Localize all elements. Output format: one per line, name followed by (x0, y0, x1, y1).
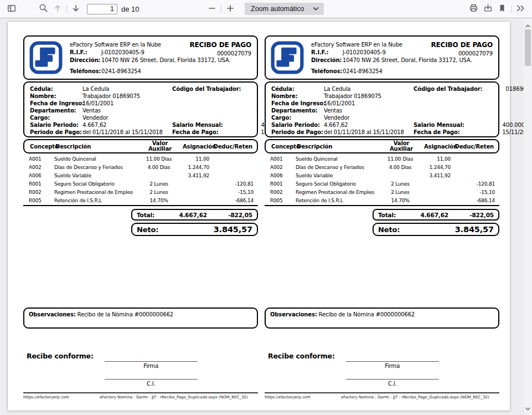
receipt-footer: https://efactoryerp.com eFactory Nomina … (23, 392, 258, 399)
concept-desc: Retención de I.S.R.L (296, 198, 378, 203)
pay-period-label: Periodo de Pago: (30, 129, 82, 136)
total-asignacion: 4.667,62 (167, 212, 207, 218)
page-count-label: de 10 (121, 5, 140, 13)
monthly-salary-label: Salario Mensual: (414, 121, 482, 129)
separator (511, 5, 512, 13)
chevron-down-icon (313, 5, 319, 13)
zoom-select[interactable]: Zoom automático (245, 3, 324, 15)
signature-section: Recibe conforme: Firma C.I. (23, 352, 258, 387)
toolbar-left-group: de 10 (4, 0, 140, 18)
period-salary-value: 4.667,62 (324, 121, 414, 129)
concept-aux: 4.00 Días (378, 165, 423, 170)
zoom-in-button[interactable] (223, 2, 237, 16)
toolbar-zoom-group: Zoom automático (205, 0, 324, 18)
observations-text: Recibo de la Nómina #0000000662 (78, 311, 173, 317)
col-deduc-reten: Deduc/Reten (452, 144, 494, 150)
concept-deduc: -15,10 (451, 189, 495, 195)
print-button[interactable] (466, 2, 481, 16)
total-label: Total: (378, 212, 409, 218)
address-label: Dirección: (311, 57, 343, 64)
neto-box: Neto: 3.845,57 (373, 223, 499, 236)
concepts-table-body: A001 Sueldo Quincenal 11.00 Días 11,00 A… (23, 155, 258, 204)
separator (221, 5, 221, 13)
concept-desc: Días de Descanso y Feriados (296, 165, 378, 170)
concept-aux: 4.00 Días (136, 165, 182, 170)
table-row: A001 Sueldo Quincenal 11.00 Días 11,00 (265, 155, 499, 163)
concept-code: R002 (29, 189, 54, 195)
receipt-header: eFactory Software ERP en la Nube R.I.F.:… (265, 35, 499, 80)
phones-label: Teléfonos: (311, 68, 343, 75)
department-label: Departamento: (271, 107, 324, 114)
concept-desc: Sueldo Quincenal (54, 156, 136, 162)
arrow-down-icon (71, 4, 80, 14)
table-row: R002 Regimen Prestacional de Empleo 2 Lu… (23, 188, 258, 196)
col-deduc-reten: Deduc/Reten (210, 144, 252, 150)
neto-value: 3.845,57 (214, 225, 252, 234)
double-chevron-icon (516, 4, 525, 14)
footer-url: https://efactoryerp.com (265, 395, 318, 399)
doc-title: RECIBO DE PAGO (189, 41, 251, 49)
col-descripcion: Descripción (297, 144, 379, 150)
concept-code: R001 (270, 181, 296, 187)
observations-label: Observaciones: (270, 311, 317, 317)
concept-desc: Retención de I.S.R.L (54, 198, 136, 203)
page-number-input[interactable] (87, 4, 117, 14)
download-icon (483, 3, 493, 14)
ci-caption: C.I. (105, 381, 198, 387)
employee-info-box: Cédula: La Cedula Código del Trabajador:… (265, 81, 499, 137)
next-page-button[interactable] (69, 2, 83, 16)
concept-code: R001 (29, 181, 54, 187)
cedula-label: Cédula: (30, 85, 82, 93)
zoom-out-button[interactable] (205, 2, 219, 16)
hire-date-label: Fecha de Ingreso: (271, 100, 324, 107)
pdf-page: eFactory Software ERP en la Nube R.I.F.:… (8, 22, 510, 411)
table-row: A002 Días de Descanso y Feriados 4.00 Dí… (23, 163, 258, 171)
rif-label: R.I.F.: (311, 49, 343, 57)
chevron-down-icon[interactable] (525, 403, 531, 413)
concept-code: A006 (29, 173, 54, 178)
position-value: Vendedor (82, 114, 172, 121)
scrollbar-thumb[interactable] (525, 29, 531, 66)
concept-desc: Seguro Social Obligatorio (54, 181, 136, 187)
search-button[interactable] (36, 2, 50, 16)
previous-page-button[interactable] (50, 2, 65, 16)
concept-asig: 3.411,92 (182, 173, 209, 178)
hire-date-value: 16/01/2001 (324, 100, 414, 107)
concept-code: A006 (270, 173, 296, 178)
concept-deduc: -686,14 (209, 198, 254, 203)
cedula-value: La Cedula (82, 85, 172, 93)
concept-desc: Días de Descanso y Feriados (54, 165, 136, 170)
observations-box: Observaciones: Recibo de la Nómina #0000… (23, 308, 258, 329)
position-label: Cargo: (271, 114, 324, 121)
position-value: Vendedor (324, 114, 414, 121)
more-tools-button[interactable] (513, 2, 528, 16)
table-bottom-rule (23, 205, 258, 206)
observations-label: Observaciones: (29, 311, 76, 317)
table-row: R001 Seguro Social Obligatorio 2 Lunes -… (23, 180, 258, 188)
efactory-f-logo-icon (270, 40, 304, 75)
vertical-scrollbar[interactable] (524, 18, 532, 415)
concept-desc: Sueldo Variable (296, 173, 378, 178)
sidebar-toggle-icon (7, 4, 16, 14)
total-deducciones: -822,05 (448, 212, 494, 218)
concept-aux: 2 Lunes (136, 181, 182, 187)
concept-asig: 1.244,70 (423, 165, 451, 170)
total-box: Total: 4.667,62 -822,05 (373, 209, 499, 221)
phones-value: 0241-8963254 (343, 68, 383, 75)
hire-date-value: 16/01/2001 (82, 100, 172, 107)
pdf-toolbar: de 10 Zoom automático (0, 0, 532, 18)
col-asignacion: Asignación (183, 144, 210, 150)
concept-code: R002 (270, 189, 296, 195)
sidebar-toggle-button[interactable] (4, 2, 19, 16)
address-value: 10470 NW 26 Street, Doral, Florida 33172… (343, 57, 472, 64)
recibe-conforme-label: Recibe conforme: (23, 352, 94, 387)
bookmark-button[interactable] (495, 2, 509, 16)
download-button[interactable] (481, 2, 495, 16)
receipts-row: eFactory Software ERP en la Nube R.I.F.:… (23, 35, 510, 399)
concept-desc: Seguro Social Obligatorio (296, 181, 378, 187)
signature-section: Recibe conforme: Firma C.I. (265, 352, 499, 387)
name-label: Nombre: (30, 93, 82, 100)
col-concepto: Concepto (271, 144, 297, 150)
table-row: A002 Días de Descanso y Feriados 4.00 Dí… (265, 163, 499, 171)
firma-caption: Firma (346, 363, 439, 369)
